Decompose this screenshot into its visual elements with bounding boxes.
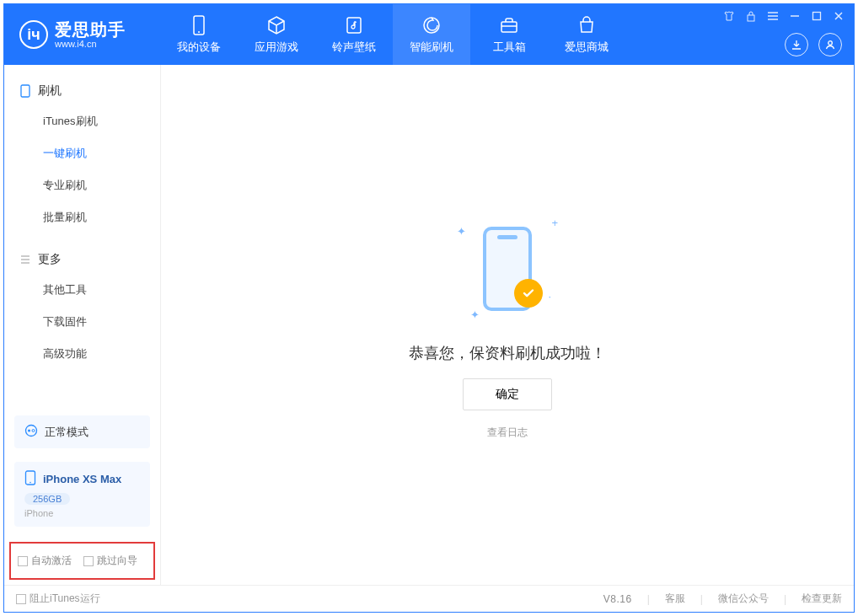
nav-flash[interactable]: 智能刷机 <box>393 4 470 65</box>
app-title: 爱思助手 <box>55 20 126 39</box>
device-storage: 256GB <box>24 493 70 505</box>
body: 刷机 iTunes刷机 一键刷机 专业刷机 批量刷机 更多 其他工具 下载固件 … <box>4 65 854 585</box>
wechat-link[interactable]: 微信公众号 <box>718 592 769 606</box>
success-illustration: ✦ + ✦ · <box>448 210 566 328</box>
music-icon <box>344 15 364 35</box>
menu-lines-icon <box>19 254 31 265</box>
svg-rect-4 <box>501 22 517 32</box>
header: iч 爱思助手 www.i4.cn 我的设备 应用游戏 铃声壁纸 智能刷机 工具… <box>4 4 854 65</box>
device-name: iPhone XS Max <box>43 473 121 485</box>
refresh-icon <box>421 15 442 35</box>
nav-apps-games[interactable]: 应用游戏 <box>238 4 315 65</box>
sparkle-icon: ✦ <box>470 308 480 321</box>
sidebar: 刷机 iTunes刷机 一键刷机 专业刷机 批量刷机 更多 其他工具 下载固件 … <box>4 65 161 585</box>
header-actions <box>785 33 842 56</box>
sparkle-icon: + <box>551 217 558 229</box>
ok-button[interactable]: 确定 <box>463 378 552 410</box>
options-box: 自动激活 跳过向导 <box>9 542 155 580</box>
phone-icon <box>189 15 209 35</box>
svg-point-7 <box>829 41 833 46</box>
bag-icon <box>576 15 597 35</box>
device-icon <box>24 470 36 488</box>
svg-rect-5 <box>748 15 754 21</box>
svg-point-1 <box>198 31 200 33</box>
device-card[interactable]: iPhone XS Max 256GB iPhone <box>14 462 150 527</box>
support-link[interactable]: 客服 <box>665 592 685 606</box>
logo-icon: iч <box>19 20 48 49</box>
sidebar-item-advanced[interactable]: 高级功能 <box>4 338 160 370</box>
checkbox-skip-guide[interactable]: 跳过向导 <box>83 554 137 568</box>
check-update-link[interactable]: 检查更新 <box>802 592 842 606</box>
sidebar-item-oneclick-flash[interactable]: 一键刷机 <box>4 137 160 169</box>
svg-point-9 <box>26 426 37 437</box>
sidebar-item-download-firmware[interactable]: 下载固件 <box>4 306 160 338</box>
svg-point-11 <box>32 430 35 432</box>
sidebar-item-batch-flash[interactable]: 批量刷机 <box>4 201 160 233</box>
sidebar-section-flash: 刷机 <box>4 77 160 105</box>
download-button[interactable] <box>785 33 808 56</box>
cube-icon <box>266 15 287 35</box>
user-button[interactable] <box>818 33 842 56</box>
svg-point-13 <box>29 482 31 484</box>
nav-ringtones[interactable]: 铃声壁纸 <box>315 4 393 65</box>
app-subtitle: www.i4.cn <box>55 39 126 49</box>
main-content: ✦ + ✦ · 恭喜您，保资料刷机成功啦！ 确定 查看日志 <box>161 65 854 585</box>
svg-point-10 <box>28 430 30 432</box>
view-log-link[interactable]: 查看日志 <box>487 426 528 440</box>
nav-tabs: 我的设备 应用游戏 铃声壁纸 智能刷机 工具箱 爱思商城 <box>160 4 625 65</box>
sidebar-section-more: 更多 <box>4 245 160 274</box>
success-message: 恭喜您，保资料刷机成功啦！ <box>409 343 606 363</box>
svg-rect-8 <box>21 85 29 97</box>
window-controls <box>722 9 845 23</box>
logo: iч 爱思助手 www.i4.cn <box>4 4 160 65</box>
sidebar-item-itunes-flash[interactable]: iTunes刷机 <box>4 105 160 137</box>
footer: 阻止iTunes运行 V8.16 | 客服 | 微信公众号 | 检查更新 <box>4 585 854 612</box>
checkbox-block-itunes[interactable]: 阻止iTunes运行 <box>16 592 100 606</box>
sidebar-item-other-tools[interactable]: 其他工具 <box>4 274 160 306</box>
mode-icon <box>24 424 38 440</box>
svg-rect-6 <box>813 13 821 20</box>
mode-card[interactable]: 正常模式 <box>14 415 150 448</box>
menu-icon[interactable] <box>766 9 780 23</box>
app-window: iч 爱思助手 www.i4.cn 我的设备 应用游戏 铃声壁纸 智能刷机 工具… <box>3 3 855 613</box>
toolbox-icon <box>499 15 519 35</box>
phone-outline-icon <box>19 85 31 97</box>
checkmark-badge-icon <box>514 279 543 308</box>
checkbox-auto-activate[interactable]: 自动激活 <box>18 554 72 568</box>
sparkle-icon: · <box>548 290 551 303</box>
shirt-icon[interactable] <box>722 9 736 23</box>
sparkle-icon: ✦ <box>457 225 466 238</box>
nav-toolbox[interactable]: 工具箱 <box>470 4 548 65</box>
maximize-button[interactable] <box>810 9 823 23</box>
version-label: V8.16 <box>603 593 632 605</box>
lock-icon[interactable] <box>744 9 758 23</box>
nav-store[interactable]: 爱思商城 <box>548 4 625 65</box>
device-type: iPhone <box>24 508 53 518</box>
sidebar-item-pro-flash[interactable]: 专业刷机 <box>4 169 160 201</box>
close-button[interactable] <box>832 9 845 23</box>
nav-my-device[interactable]: 我的设备 <box>160 4 238 65</box>
minimize-button[interactable] <box>788 9 802 23</box>
